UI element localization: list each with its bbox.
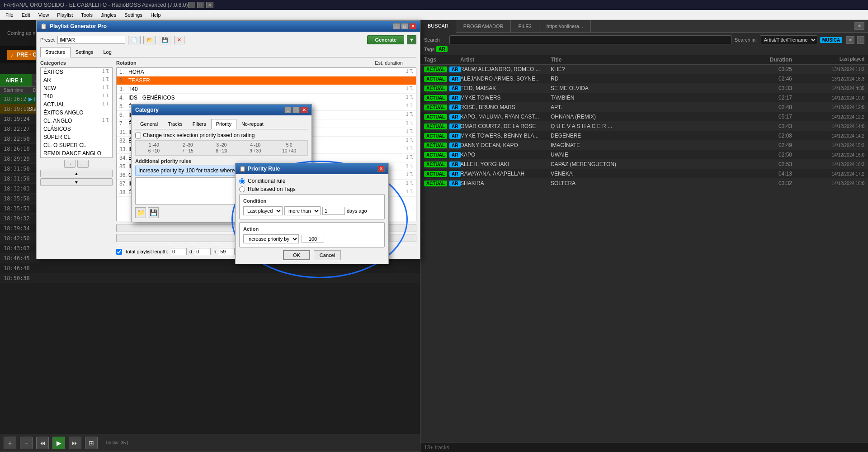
- action-value-input[interactable]: [302, 235, 324, 243]
- prev-btn[interactable]: ⏮: [36, 437, 49, 449]
- category-item[interactable]: NEW1 T.: [41, 84, 112, 92]
- cat-remove-btn[interactable]: ←: [77, 160, 89, 168]
- track-row[interactable]: ACTUAL AR ALEJANDRO ARMES, SOYNE... RD 0…: [420, 74, 868, 84]
- track-row[interactable]: ACTUAL AR FEID, MAISAK SE ME OLVIDA 03:3…: [420, 84, 868, 93]
- duration-min-input[interactable]: [219, 248, 235, 255]
- category-item[interactable]: AR1 T.: [41, 76, 112, 84]
- open-preset-btn[interactable]: 📂: [143, 36, 156, 44]
- priority-rating-checkbox[interactable]: [135, 133, 141, 138]
- action-field-select[interactable]: Increase priority by: [243, 234, 299, 243]
- minimize-btn[interactable]: _: [188, 2, 195, 8]
- cat-up-btn[interactable]: ▲: [40, 170, 113, 177]
- cat-add-btn[interactable]: →: [64, 160, 75, 168]
- menu-view[interactable]: View: [35, 11, 53, 19]
- cat-tab-norepeat[interactable]: No-repeat: [236, 119, 269, 129]
- cat-folder-btn[interactable]: 📁: [135, 207, 146, 218]
- rotation-row[interactable]: 1. HORA 1 T.: [117, 68, 416, 76]
- track-row[interactable]: ACTUAL AR MYKE TOWERS, BENNY BLA... DEGE…: [420, 131, 868, 141]
- track-row[interactable]: ACTUAL AR DANNY OCEAN, KAPO IMAGÍNATE 02…: [420, 141, 868, 150]
- menu-help[interactable]: Help: [147, 11, 165, 19]
- category-item[interactable]: ÉXITOS1 T.: [41, 68, 112, 76]
- menu-playlist[interactable]: Playlist: [53, 11, 76, 19]
- tab-programador[interactable]: PROGRAMADOR: [456, 20, 511, 32]
- category-item[interactable]: ACTUAL1 T.: [41, 100, 112, 109]
- next-btn[interactable]: ⏭: [69, 437, 81, 449]
- condition-field-select[interactable]: Last played: [243, 206, 283, 215]
- condition-op-select[interactable]: more than: [284, 206, 321, 215]
- track-row[interactable]: ACTUAL AR KAPO, MALUMA, RYAN CAST... OHN…: [420, 112, 868, 122]
- cat-tab-priority[interactable]: Priority: [211, 119, 236, 129]
- category-item[interactable]: ÉXITOS ANGLO: [41, 109, 112, 117]
- menu-settings[interactable]: Settings: [121, 11, 146, 19]
- menu-file[interactable]: File: [2, 11, 17, 19]
- ok-button[interactable]: OK: [283, 250, 310, 260]
- plgen-tab-settings[interactable]: Settings: [71, 47, 99, 57]
- track-row[interactable]: ACTUAL AR RAUW ALEJANDRO, ROMEO ... KHÉ?…: [420, 65, 868, 74]
- track-row[interactable]: ACTUAL AR ALLEH, YORGHAKI CAPAZ (MERENGU…: [420, 160, 868, 169]
- duration-hours-input[interactable]: [195, 248, 211, 255]
- export-list-btn[interactable]: ⊞: [85, 437, 98, 449]
- new-preset-btn[interactable]: 📄: [128, 36, 141, 44]
- track-row[interactable]: ACTUAL AR ROSÉ, BRUNO MARS APT. 02:48 14…: [420, 103, 868, 112]
- add-filter-btn[interactable]: +: [857, 36, 864, 44]
- category-list[interactable]: ÉXITOS1 T.AR1 T.NEW1 T.T401 T.ACTUAL1 T.…: [40, 67, 113, 158]
- cat-dialog-close[interactable]: ✕: [301, 107, 308, 113]
- cat-down-btn[interactable]: ▼: [40, 178, 113, 186]
- plgen-tab-structure[interactable]: Structure: [40, 47, 71, 57]
- category-item[interactable]: REMIX DANCE ANGLO: [41, 149, 112, 157]
- rotation-row[interactable]: 2. TEASER 1 T.: [117, 76, 416, 85]
- x-btn[interactable]: ✕: [854, 22, 864, 30]
- tab-buscar[interactable]: BUSCAR: [420, 20, 456, 33]
- tab-online[interactable]: https://onlinera...: [539, 20, 591, 32]
- menu-jingles[interactable]: Jingles: [97, 11, 120, 19]
- total-length-checkbox[interactable]: [116, 249, 122, 255]
- add-track-btn[interactable]: +: [4, 437, 16, 449]
- rotation-row[interactable]: 3. T40 1 T.: [117, 85, 416, 94]
- close-filter-btn[interactable]: ✕: [846, 36, 854, 44]
- cat-tab-general[interactable]: General: [135, 119, 163, 129]
- cat-save-small-btn[interactable]: 💾: [148, 207, 159, 218]
- maximize-btn[interactable]: □: [197, 2, 204, 8]
- delete-preset-btn[interactable]: ✕: [174, 36, 184, 44]
- tag-ar[interactable]: AR: [436, 46, 447, 52]
- cat-tab-filters[interactable]: Filters: [188, 119, 211, 129]
- category-item[interactable]: EXITO ANGLO, REMIX ANGLO(DANCE): [41, 157, 112, 158]
- playlist-row[interactable]: 18:46:48: [0, 263, 420, 273]
- playlist-row[interactable]: 18:50:38: [0, 273, 420, 283]
- track-row[interactable]: ACTUAL AR KAPO UWAIE 02:50 14/12/2024 16…: [420, 150, 868, 160]
- track-row[interactable]: ACTUAL AR MYKE TOWERS TAMBIÉN 02:17 14/1…: [420, 93, 868, 103]
- track-row[interactable]: ACTUAL AR SHAKIRA SOLTERA 03:32 14/12/20…: [420, 179, 868, 188]
- condition-value-input[interactable]: [322, 207, 345, 215]
- plgen-tab-log[interactable]: Log: [98, 47, 116, 57]
- close-btn[interactable]: ✕: [206, 2, 213, 8]
- cat-dialog-maximize[interactable]: □: [292, 107, 300, 113]
- cat-tab-tracks[interactable]: Tracks: [163, 119, 188, 129]
- cat-dialog-minimize[interactable]: _: [284, 107, 292, 113]
- save-preset-btn[interactable]: 💾: [159, 36, 171, 44]
- cancel-button[interactable]: Cancel: [314, 250, 341, 260]
- priority-rule-close[interactable]: ✕: [377, 166, 385, 172]
- rotation-row[interactable]: 4. IDS - GENÉRICOS 1 T.: [117, 94, 416, 102]
- category-item[interactable]: CLÁSICOS: [41, 125, 112, 133]
- category-item[interactable]: CL. ANGLO1 T.: [41, 117, 112, 125]
- plgen-close[interactable]: ✕: [409, 23, 416, 29]
- remove-track-btn[interactable]: −: [20, 437, 33, 449]
- menu-tools[interactable]: Tools: [77, 11, 96, 19]
- priority-rule-dialog[interactable]: 📋 Priority Rule ✕ Conditional rule Rule …: [235, 163, 389, 264]
- category-item[interactable]: CL. O SUPER CL: [41, 141, 112, 149]
- search-in-select[interactable]: Artist/Title/Filename: [760, 35, 817, 44]
- preset-input[interactable]: [57, 36, 125, 44]
- tab-file2[interactable]: FILE2: [511, 20, 539, 32]
- duration-days-input[interactable]: [171, 248, 187, 255]
- track-row[interactable]: ACTUAL AR OMAR COURTZ, DE LA ROSE Q U E …: [420, 122, 868, 131]
- plgen-maximize[interactable]: □: [401, 23, 408, 29]
- search-input[interactable]: [449, 35, 732, 44]
- plgen-minimize[interactable]: _: [393, 23, 400, 29]
- category-item[interactable]: T401 T.: [41, 92, 112, 100]
- track-row[interactable]: ACTUAL AR RAWAYANA, AKAPELLAH VENEKA 04:…: [420, 169, 868, 179]
- tags-radio[interactable]: [239, 186, 245, 192]
- generate-dropdown-btn[interactable]: ▼: [407, 35, 416, 44]
- category-item[interactable]: SÚPER CL: [41, 133, 112, 141]
- generate-btn[interactable]: Generate: [367, 35, 404, 44]
- conditional-radio[interactable]: [239, 178, 245, 184]
